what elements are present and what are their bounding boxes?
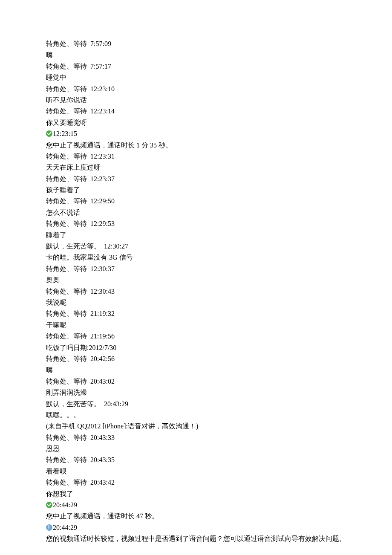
message-time: 20:43:02 <box>90 378 115 385</box>
message-content: 奥奥 <box>46 275 346 286</box>
message-header: 转角处、等待 12:30:43 <box>46 286 346 297</box>
message-content: 孩子睡着了 <box>46 185 346 196</box>
message-header: 转角处、等待 21:19:56 <box>46 331 346 342</box>
chat-message: 转角处、等待 20:43:02刚弄润润洗澡 <box>46 376 346 399</box>
message-time: 7:57:09 <box>90 40 111 47</box>
message-header: 转角处、等待 21:19:32 <box>46 308 346 319</box>
system-time: 20:44:29 <box>53 524 77 531</box>
message-content: 听不见你说话 <box>46 95 346 106</box>
message-time: 12:29:50 <box>90 197 115 205</box>
message-time: 12:23:37 <box>90 175 115 182</box>
message-content: 睡觉中 <box>46 72 346 83</box>
sender-name: 转角处、等待 <box>46 197 87 205</box>
sender-name: 转角处、等待 <box>46 107 87 115</box>
sender-name: 转角处、等待 <box>46 40 87 47</box>
chat-message: 12:23:15您中止了视频通话，通话时长 1 分 35 秒。 <box>46 128 346 151</box>
chat-message: 转角处、等待 12:29:53睡着了 <box>46 218 346 241</box>
message-content: 吃饭了吗日期:2012/7/30 <box>46 342 346 353</box>
message-header: 转角处、等待 20:43:02 <box>46 376 346 387</box>
message-content: 我说呢 <box>46 297 346 308</box>
check-icon <box>46 130 52 137</box>
message-content: 嗨 <box>46 364 346 376</box>
chat-log: 转角处、等待 7:57:09嗨转角处、等待 7:57:17睡觉中转角处、等待 1… <box>46 38 346 545</box>
message-time: 20:43:42 <box>90 479 115 486</box>
chat-message: 转角处、等待 12:30:43我说呢 <box>46 286 346 309</box>
chat-message: 默认，生死苦等。 12:30:27卡的哇。我家里没有 3G 信号 <box>46 241 346 263</box>
message-content: 嗨 <box>46 49 346 61</box>
chat-message: 转角处、等待 21:19:56吃饭了吗日期:2012/7/30 <box>46 331 346 353</box>
message-header: 转角处、等待 20:43:35 <box>46 454 346 465</box>
message-header: 转角处、等待 12:29:53 <box>46 218 346 229</box>
chat-message: 转角处、等待 12:23:37孩子睡着了 <box>46 173 346 196</box>
message-time: 12:30:37 <box>90 265 115 272</box>
message-content: 嘿嘿。。。 <box>46 410 346 421</box>
message-content: 刚弄润润洗澡 <box>46 387 346 398</box>
message-time: 20:42:56 <box>90 355 115 362</box>
sender-name: 转角处、等待 <box>46 434 87 441</box>
sender-name: 转角处、等待 <box>46 355 87 362</box>
chat-message: 转角处、等待 20:42:56嗨 <box>46 353 346 376</box>
message-time: 12:30:27 <box>104 243 128 250</box>
message-header: 默认，生死苦等。 12:30:27 <box>46 241 346 252</box>
message-time: 12:23:31 <box>90 153 115 160</box>
message-header: 转角处、等待 12:23:31 <box>46 151 346 162</box>
chat-message: 20:44:29您的视频通话时长较短，视频过程中是否遇到了语音问题？您可以通过语… <box>46 522 346 545</box>
system-header: 20:44:29 <box>46 500 346 511</box>
message-content: 你又要睡觉呀 <box>46 117 346 128</box>
message-content: 恩恩 <box>46 443 346 454</box>
system-content: 您中止了视频通话，通话时长 1 分 35 秒。 <box>46 140 346 151</box>
message-content: 睡着了 <box>46 230 346 241</box>
chat-message: 转角处、等待 21:19:32干嘛呢 <box>46 308 346 331</box>
message-content-extra: (来自手机 QQ2012 [iPhone]:语音对讲，高效沟通！) <box>46 421 346 432</box>
check-icon <box>46 502 52 508</box>
message-content: 你想我了 <box>46 489 346 500</box>
chat-message: 默认，生死苦等。 20:43:29嘿嘿。。。(来自手机 QQ2012 [iPho… <box>46 399 346 432</box>
system-time: 12:23:15 <box>53 130 77 137</box>
sender-name: 转角处、等待 <box>46 479 87 486</box>
message-header: 转角处、等待 12:23:37 <box>46 173 346 185</box>
message-content: 看看呗 <box>46 466 346 477</box>
message-header: 默认，生死苦等。 20:43:29 <box>46 399 346 410</box>
message-header: 转角处、等待 12:29:50 <box>46 196 346 207</box>
system-time: 20:44:29 <box>53 501 77 509</box>
message-header: 转角处、等待 20:43:42 <box>46 477 346 488</box>
message-header: 转角处、等待 7:57:17 <box>46 61 346 72</box>
message-time: 20:43:33 <box>90 434 115 441</box>
system-content: 您的视频通话时长较短，视频过程中是否遇到了语音问题？您可以通过语音测试向导有效解… <box>46 533 346 544</box>
message-content: 怎么不说话 <box>46 207 346 218</box>
message-content: 卡的哇。我家里没有 3G 信号 <box>46 252 346 263</box>
message-time: 12:30:43 <box>90 288 115 295</box>
sender-name: 默认，生死苦等。 <box>46 400 101 408</box>
message-header: 转角处、等待 12:23:14 <box>46 106 346 117</box>
chat-message: 转角处、等待 12:23:31天天在床上度过呀 <box>46 151 346 173</box>
sender-name: 默认，生死苦等。 <box>46 243 101 250</box>
message-time: 21:19:32 <box>90 310 115 317</box>
message-time: 12:23:10 <box>90 85 115 92</box>
message-time: 20:43:29 <box>104 400 128 408</box>
message-header: 转角处、等待 20:42:56 <box>46 353 346 364</box>
sender-name: 转角处、等待 <box>46 63 87 70</box>
message-header: 转角处、等待 12:23:10 <box>46 84 346 95</box>
chat-message: 转角处、等待 7:57:09嗨 <box>46 38 346 61</box>
message-header: 转角处、等待 20:43:33 <box>46 432 346 443</box>
chat-message: 转角处、等待 12:23:10听不见你说话 <box>46 84 346 106</box>
chat-message: 转角处、等待 12:23:14你又要睡觉呀 <box>46 106 346 128</box>
chat-message: 转角处、等待 7:57:17睡觉中 <box>46 61 346 84</box>
system-header: 12:23:15 <box>46 128 346 139</box>
sender-name: 转角处、等待 <box>46 456 87 463</box>
info-icon <box>46 524 52 531</box>
chat-message: 转角处、等待 20:43:42你想我了 <box>46 477 346 500</box>
message-time: 12:29:53 <box>90 220 115 227</box>
message-time: 20:43:35 <box>90 456 115 463</box>
sender-name: 转角处、等待 <box>46 85 87 92</box>
message-header: 转角处、等待 12:30:37 <box>46 263 346 275</box>
message-time: 7:57:17 <box>90 63 111 70</box>
sender-name: 转角处、等待 <box>46 288 87 295</box>
system-header: 20:44:29 <box>46 522 346 533</box>
message-header: 转角处、等待 7:57:09 <box>46 38 346 49</box>
sender-name: 转角处、等待 <box>46 153 87 160</box>
message-time: 12:23:14 <box>90 107 115 115</box>
message-content: 干嘛呢 <box>46 320 346 331</box>
chat-message: 转角处、等待 12:30:37奥奥 <box>46 263 346 286</box>
sender-name: 转角处、等待 <box>46 175 87 182</box>
